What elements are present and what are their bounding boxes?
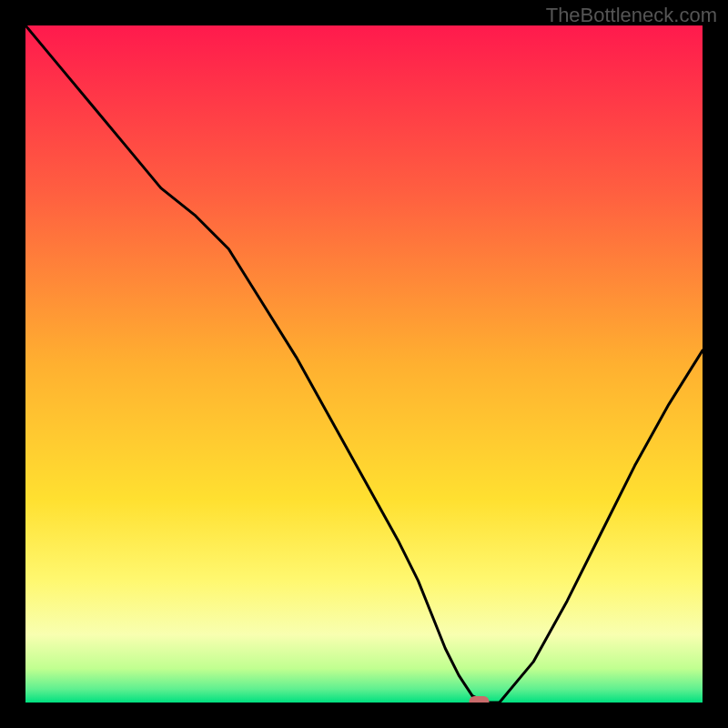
watermark-text: TheBottleneck.com xyxy=(546,4,717,27)
plot-area xyxy=(25,25,703,703)
chart-background xyxy=(25,25,703,703)
bottleneck-chart xyxy=(25,25,703,703)
optimal-point-marker xyxy=(469,696,489,703)
chart-container: TheBottleneck.com xyxy=(0,0,728,728)
